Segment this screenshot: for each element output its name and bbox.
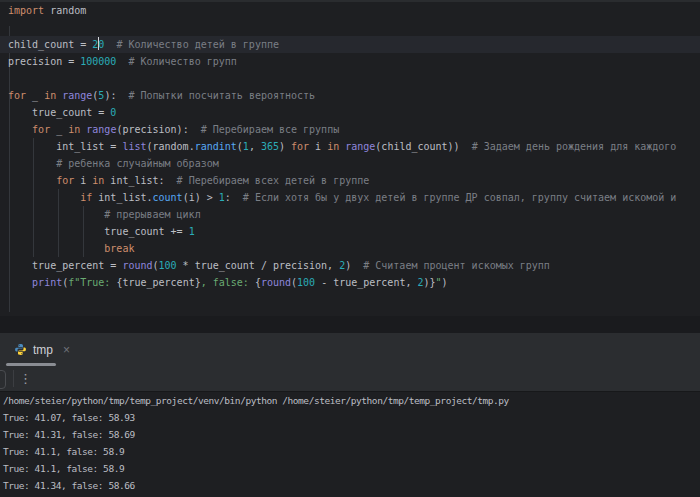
code-token: # Перебираем все группы	[201, 124, 339, 135]
code-line[interactable]: # прерываем цикл	[0, 206, 700, 223]
code-token: - true_percent,	[315, 277, 417, 288]
code-token: list	[122, 141, 146, 152]
code-line[interactable]: for i in int_list: # Перебираем всех дет…	[0, 172, 700, 189]
code-line[interactable]: true_count += 1	[0, 223, 700, 240]
code-line[interactable]: for _ in range(precision): # Перебираем …	[0, 121, 700, 138]
console-line: True: 41.31, false: 58.69	[0, 426, 700, 443]
code-token	[8, 277, 32, 288]
code-line[interactable]: child_count = 20 # Количество детей в гр…	[0, 36, 700, 53]
code-token: range	[345, 141, 375, 152]
code-token: # Перебираем всех детей в группе	[177, 175, 370, 186]
code-lines: import randomchild_count = 20 # Количест…	[0, 2, 700, 291]
code-token: round	[122, 260, 152, 271]
code-token: # Количество детей в группе	[116, 39, 279, 50]
code-line[interactable]: int_list = list(random.randint(1, 365) f…	[0, 138, 700, 155]
code-token: print	[32, 277, 62, 288]
code-token: random	[44, 5, 86, 16]
code-token: 0	[110, 107, 116, 118]
code-token: # Если хотя бы у двух детей в группе ДР …	[243, 192, 676, 203]
tab-label: tmp	[33, 343, 53, 357]
code-token	[8, 124, 32, 135]
code-token: range	[86, 124, 116, 135]
code-token: )	[279, 141, 291, 152]
code-token	[104, 39, 116, 50]
code-token: 100	[297, 277, 315, 288]
code-token: true_count =	[8, 107, 110, 118]
code-token: for	[32, 124, 50, 135]
code-token: int_list:	[104, 175, 176, 186]
console-line: True: 41.1, false: 58.9	[0, 460, 700, 477]
code-token: if	[80, 192, 92, 203]
code-token: child_count =	[8, 39, 92, 50]
code-token: 100000	[80, 56, 116, 67]
code-line[interactable]	[0, 70, 700, 87]
code-token: (precision):	[116, 124, 200, 135]
code-token: i	[74, 175, 92, 186]
code-line[interactable]: break	[0, 240, 700, 257]
code-line[interactable]: print(f"True: {true_percent}, false: {ro…	[0, 274, 700, 291]
code-token: , false:	[201, 277, 255, 288]
code-token: range	[62, 90, 92, 101]
code-token: (random.	[146, 141, 194, 152]
code-line[interactable]	[0, 19, 700, 36]
code-token: (i) >	[183, 192, 219, 203]
code-token: true_count +=	[8, 226, 189, 237]
code-line[interactable]: # ребенка случайным образом	[0, 155, 700, 172]
editor-toolwindow-splitter[interactable]	[0, 316, 700, 333]
kebab-menu-icon[interactable]: ⋮	[19, 367, 32, 391]
console-output[interactable]: /home/steier/python/tmp/temp_project/ven…	[0, 392, 700, 497]
toolbar-separator	[13, 370, 14, 387]
code-token: # Количество групп	[128, 56, 236, 67]
code-line[interactable]: if int_list.count(i) > 1: # Если хотя бы…	[0, 189, 700, 206]
code-token: :	[225, 192, 243, 203]
python-icon	[14, 343, 27, 356]
run-toolbar: ⋮	[0, 366, 700, 392]
code-token: ):	[104, 90, 128, 101]
close-icon[interactable]: ×	[63, 344, 70, 356]
code-token: for	[56, 175, 74, 186]
code-token: # ребенка случайным образом	[56, 158, 219, 169]
pycharm-window: import randomchild_count = 20 # Количест…	[0, 0, 700, 497]
code-line[interactable]: true_percent = round(100 * true_count / …	[0, 257, 700, 274]
code-token: for	[8, 90, 26, 101]
run-tool-window-header: tmp × ⋮	[0, 333, 700, 392]
code-editor[interactable]: import randomchild_count = 20 # Количест…	[0, 0, 700, 316]
code-token: int_list.	[92, 192, 152, 203]
code-token: in	[68, 124, 80, 135]
console-line: True: 41.34, false: 58.66	[0, 477, 700, 494]
code-token	[8, 192, 80, 203]
code-token: )}	[424, 277, 436, 288]
console-line: True: 41.1, false: 58.9	[0, 443, 700, 460]
console-line: True: 41.07, false: 58.93	[0, 409, 700, 426]
code-line[interactable]: for _ in range(5): # Попытки посчитать в…	[0, 87, 700, 104]
code-token: {true_percent}	[116, 277, 200, 288]
code-token: 365	[261, 141, 279, 152]
code-token: 1	[189, 226, 195, 237]
code-token: round	[261, 277, 291, 288]
code-token: # Задаем день рождения для каждого	[472, 141, 677, 152]
code-token: import	[8, 5, 44, 16]
code-token: precision =	[8, 56, 80, 67]
code-line[interactable]: true_count = 0	[0, 104, 700, 121]
code-token: (child_count))	[375, 141, 471, 152]
run-tab-bar: tmp ×	[0, 333, 700, 366]
code-token: i	[309, 141, 327, 152]
code-token	[8, 243, 104, 254]
code-token	[8, 175, 56, 186]
code-token: ,	[249, 141, 261, 152]
code-token: in	[44, 90, 56, 101]
code-token: # прерываем цикл	[104, 209, 200, 220]
code-token: f"True:	[68, 277, 116, 288]
code-token: 100	[159, 260, 177, 271]
code-token: in	[92, 175, 104, 186]
code-line[interactable]: precision = 100000 # Количество групп	[0, 53, 700, 70]
code-token: # Попытки посчитать вероятность	[128, 90, 315, 101]
code-token	[8, 209, 104, 220]
code-line[interactable]: import random	[0, 2, 700, 19]
code-token: count	[153, 192, 183, 203]
partial-toolbar-button[interactable]	[0, 370, 6, 389]
code-token: * true_count / precision,	[177, 260, 340, 271]
code-token: _	[50, 124, 68, 135]
code-token: )	[345, 260, 363, 271]
run-tab-tmp[interactable]: tmp ×	[0, 333, 80, 366]
